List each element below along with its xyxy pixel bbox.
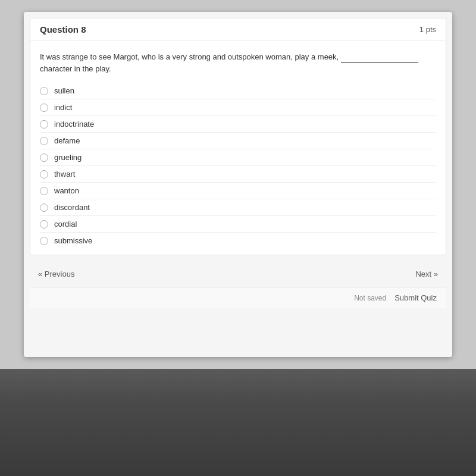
option-label-opt2: indict: [54, 103, 72, 112]
radio-opt9: [40, 220, 48, 228]
option-label-opt4: defame: [54, 136, 80, 145]
previous-button[interactable]: « Previous: [33, 267, 79, 281]
macbook-chassis: 🧭🙂CAL17📝🗺🌸💬📁📊🎵♪📖A🔒⚙📹🗑 MacBook Air: [0, 369, 476, 476]
radio-opt7: [40, 187, 48, 195]
option-item-opt8[interactable]: discordant: [40, 199, 436, 216]
option-item-opt5[interactable]: grueling: [40, 149, 436, 166]
radio-opt8: [40, 203, 48, 212]
submit-bar: Not saved Submit Quiz: [30, 287, 446, 308]
option-item-opt9[interactable]: cordial: [40, 216, 436, 233]
option-item-opt7[interactable]: wanton: [40, 183, 436, 199]
option-item-opt4[interactable]: defame: [40, 133, 436, 149]
option-label-opt5: grueling: [54, 153, 82, 162]
question-card: Question 8 1 pts It was strange to see M…: [30, 18, 446, 255]
question-text: It was strange to see Margot, who is a v…: [40, 51, 436, 74]
option-item-opt10[interactable]: submissive: [40, 233, 436, 249]
option-item-opt2[interactable]: indict: [40, 99, 436, 116]
laptop-screen: Question 8 1 pts It was strange to see M…: [0, 0, 476, 369]
radio-opt4: [40, 137, 48, 145]
option-label-opt9: cordial: [54, 220, 77, 228]
option-label-opt1: sullen: [54, 86, 74, 95]
radio-opt6: [40, 170, 48, 178]
radio-opt5: [40, 154, 48, 162]
question-points: 1 pts: [419, 25, 436, 34]
option-item-opt6[interactable]: thwart: [40, 166, 436, 183]
next-button[interactable]: Next »: [411, 267, 443, 281]
not-saved-status: Not saved: [354, 294, 386, 302]
radio-opt3: [40, 120, 48, 129]
option-label-opt7: wanton: [54, 186, 79, 195]
option-label-opt8: discordant: [54, 203, 90, 212]
question-blank: [341, 51, 418, 63]
option-label-opt6: thwart: [54, 170, 75, 178]
question-header: Question 8 1 pts: [30, 18, 446, 41]
question-body: It was strange to see Margot, who is a v…: [30, 41, 446, 255]
options-list: sullenindictindoctrinatedefamegruelingth…: [40, 83, 436, 249]
option-item-opt3[interactable]: indoctrinate: [40, 116, 436, 133]
question-nav-footer: « Previous Next »: [24, 261, 452, 287]
option-label-opt3: indoctrinate: [54, 120, 94, 129]
question-title: Question 8: [40, 24, 86, 35]
question-text-after: character in the play.: [40, 64, 111, 73]
question-text-before: It was strange to see Margot, who is a v…: [40, 52, 339, 61]
option-item-opt1[interactable]: sullen: [40, 83, 436, 99]
radio-opt1: [40, 87, 48, 95]
radio-opt2: [40, 104, 48, 112]
screen: Question 8 1 pts It was strange to see M…: [0, 0, 476, 476]
browser-content: Question 8 1 pts It was strange to see M…: [24, 12, 452, 357]
submit-quiz-button[interactable]: Submit Quiz: [394, 293, 437, 302]
radio-opt10: [40, 237, 48, 245]
option-label-opt10: submissive: [54, 236, 92, 245]
